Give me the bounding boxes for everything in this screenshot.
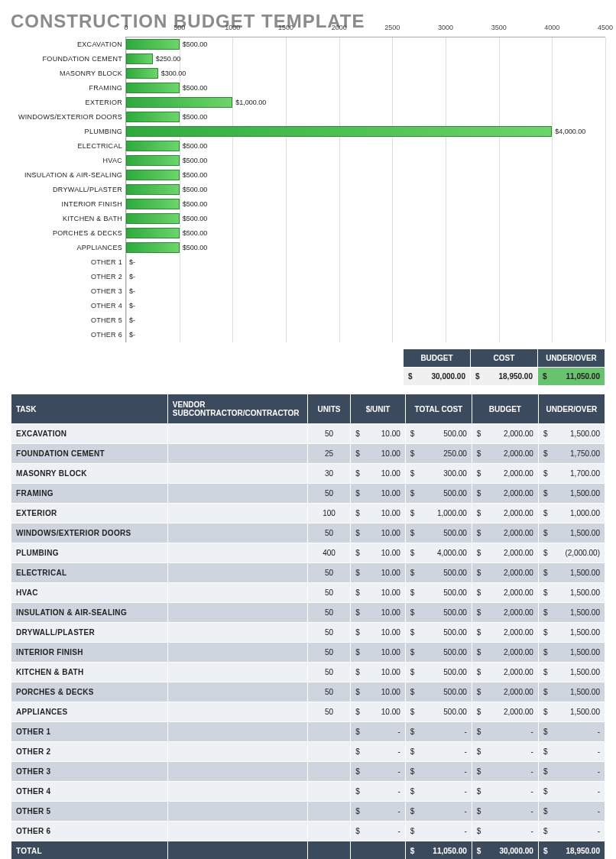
chart-bar xyxy=(126,83,180,93)
chart-bar xyxy=(126,228,180,238)
table-cell: $10.00 xyxy=(351,563,406,583)
table-cell: $2,000.00 xyxy=(472,543,538,563)
chart-data-label: $- xyxy=(129,286,135,297)
vendor-cell xyxy=(167,583,307,603)
table-cell: $10.00 xyxy=(351,583,406,603)
cost-bar-chart: EXCAVATIONFOUNDATION CEMENTMASONRY BLOCK… xyxy=(11,37,605,342)
axis-tick: 4000 xyxy=(544,24,559,31)
table-row: OTHER 4$-$-$-$- xyxy=(11,782,605,802)
units-cell xyxy=(307,742,350,762)
table-cell: $250.00 xyxy=(405,444,472,464)
table-cell: $- xyxy=(351,762,406,782)
task-cell: EXCAVATION xyxy=(11,424,168,444)
table-cell: $1,700.00 xyxy=(538,464,605,484)
vendor-cell xyxy=(167,742,307,762)
chart-data-label: $- xyxy=(129,257,135,267)
chart-category-label: KITCHEN & BATH xyxy=(11,215,125,222)
table-row: PLUMBING400$10.00$4,000.00$2,000.00$(2,0… xyxy=(11,543,605,563)
table-cell: $2,000.00 xyxy=(472,424,538,444)
chart-bar xyxy=(126,126,552,137)
units-cell: 50 xyxy=(307,583,350,603)
table-cell: $4,000.00 xyxy=(405,543,472,563)
units-cell: 50 xyxy=(307,702,350,722)
table-row: OTHER 6$-$-$-$- xyxy=(11,822,605,841)
table-cell: $2,000.00 xyxy=(472,643,538,663)
summary-box: BUDGET COST UNDER/OVER $30,000.00 $18,95… xyxy=(11,348,605,386)
table-cell: $500.00 xyxy=(405,623,472,643)
table-cell: $500.00 xyxy=(405,663,472,682)
chart-data-label: $500.00 xyxy=(183,213,208,224)
table-cell: $2,000.00 xyxy=(472,583,538,603)
table-row: INTERIOR FINISH50$10.00$500.00$2,000.00$… xyxy=(11,643,605,663)
table-cell: $1,750.00 xyxy=(538,444,605,464)
table-row: FOUNDATION CEMENT25$10.00$250.00$2,000.0… xyxy=(11,444,605,464)
table-row: OTHER 1$-$-$-$- xyxy=(11,722,605,742)
table-cell: $- xyxy=(405,722,472,742)
table-cell: $1,500.00 xyxy=(538,702,605,722)
chart-data-label: $1,000.00 xyxy=(235,97,266,108)
chart-bar xyxy=(126,68,158,79)
vendor-cell xyxy=(167,643,307,663)
vendor-cell xyxy=(167,504,307,524)
axis-tick: 1500 xyxy=(278,24,293,31)
units-cell: 50 xyxy=(307,623,350,643)
vendor-cell xyxy=(167,444,307,464)
chart-category-label: DRYWALL/PLASTER xyxy=(11,186,125,193)
task-cell: INSULATION & AIR-SEALING xyxy=(11,603,168,623)
table-cell: $10.00 xyxy=(351,663,406,682)
table-cell: $10.00 xyxy=(351,484,406,504)
table-cell: $- xyxy=(472,742,538,762)
table-cell: $500.00 xyxy=(405,682,472,702)
chart-bar xyxy=(126,213,180,224)
col-header-underover: UNDER/OVER xyxy=(538,394,605,424)
chart-category-label: APPLIANCES xyxy=(11,244,125,251)
table-row: DRYWALL/PLASTER50$10.00$500.00$2,000.00$… xyxy=(11,623,605,643)
table-cell: $10.00 xyxy=(351,504,406,524)
table-row: HVAC50$10.00$500.00$2,000.00$1,500.00 xyxy=(11,583,605,603)
vendor-cell xyxy=(167,722,307,742)
summary-cost: $18,950.00 xyxy=(471,368,538,386)
table-cell: $500.00 xyxy=(405,643,472,663)
total-label: TOTAL xyxy=(11,841,168,860)
chart-category-label: OTHER 5 xyxy=(11,316,125,324)
table-cell: $500.00 xyxy=(405,603,472,623)
task-cell: KITCHEN & BATH xyxy=(11,663,168,682)
vendor-cell xyxy=(167,762,307,782)
table-row: ELECTRICAL50$10.00$500.00$2,000.00$1,500… xyxy=(11,563,605,583)
chart-category-label: INSULATION & AIR-SEALING xyxy=(11,171,125,179)
table-cell: $- xyxy=(351,782,406,802)
chart-bar xyxy=(126,170,180,180)
chart-category-label: OTHER 6 xyxy=(11,331,125,339)
table-cell: $2,000.00 xyxy=(472,504,538,524)
table-cell: $10.00 xyxy=(351,444,406,464)
page-title: CONSTRUCTION BUDGET TEMPLATE xyxy=(11,11,605,32)
table-row: FRAMING50$10.00$500.00$2,000.00$1,500.00 xyxy=(11,484,605,504)
chart-category-label: WINDOWS/EXTERIOR DOORS xyxy=(11,113,125,121)
chart-bar xyxy=(126,199,180,209)
table-cell: $1,500.00 xyxy=(538,583,605,603)
axis-tick: 2000 xyxy=(332,24,347,31)
table-cell: $- xyxy=(405,742,472,762)
summary-underover: $11,050.00 xyxy=(538,368,605,386)
chart-data-label: $500.00 xyxy=(183,155,208,166)
axis-tick: 0 xyxy=(124,24,128,31)
col-header-vendor: VENDOR SUBCONTRACTOR/CONTRACTOR xyxy=(167,394,307,424)
col-header-budget: BUDGET xyxy=(472,394,538,424)
table-row: PORCHES & DECKS50$10.00$500.00$2,000.00$… xyxy=(11,682,605,702)
task-cell: FRAMING xyxy=(11,484,168,504)
chart-data-label: $500.00 xyxy=(183,184,208,195)
chart-category-label: INTERIOR FINISH xyxy=(11,200,125,208)
summary-header-cost: COST xyxy=(471,349,538,368)
table-cell: $10.00 xyxy=(351,603,406,623)
chart-data-label: $300.00 xyxy=(161,68,186,79)
task-cell: PORCHES & DECKS xyxy=(11,682,168,702)
vendor-cell xyxy=(167,524,307,543)
vendor-cell xyxy=(167,563,307,583)
chart-data-label: $500.00 xyxy=(183,199,208,209)
table-row: INSULATION & AIR-SEALING50$10.00$500.00$… xyxy=(11,603,605,623)
vendor-cell xyxy=(167,702,307,722)
table-cell: $2,000.00 xyxy=(472,702,538,722)
task-cell: INTERIOR FINISH xyxy=(11,643,168,663)
table-cell: $- xyxy=(405,762,472,782)
table-cell: $- xyxy=(472,722,538,742)
